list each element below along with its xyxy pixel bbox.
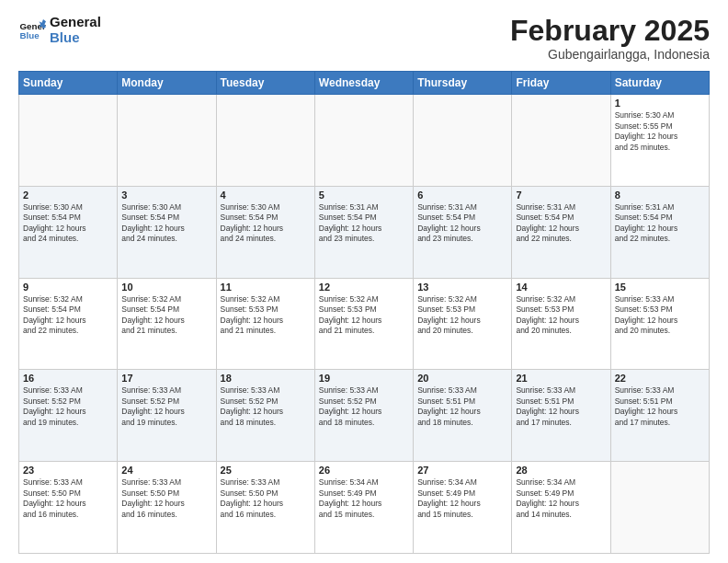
day-info: Sunrise: 5:30 AMSunset: 5:54 PMDaylight:… <box>23 202 113 245</box>
day-number: 2 <box>23 190 113 201</box>
day-info: Sunrise: 5:32 AMSunset: 5:54 PMDaylight:… <box>121 294 211 337</box>
calendar-cell <box>118 95 216 187</box>
calendar-header-row: SundayMondayTuesdayWednesdayThursdayFrid… <box>19 72 710 95</box>
calendar-cell: 4Sunrise: 5:30 AMSunset: 5:54 PMDaylight… <box>216 186 314 278</box>
calendar-cell <box>414 95 512 187</box>
page: General Blue General Blue February 2025 … <box>0 0 728 563</box>
calendar-cell: 21Sunrise: 5:33 AMSunset: 5:51 PMDayligh… <box>512 370 610 462</box>
day-info: Sunrise: 5:31 AMSunset: 5:54 PMDaylight:… <box>417 202 507 245</box>
calendar-weekday-wednesday: Wednesday <box>314 72 413 95</box>
day-info: Sunrise: 5:33 AMSunset: 5:50 PMDaylight:… <box>121 477 211 520</box>
calendar-weekday-sunday: Sunday <box>19 72 118 95</box>
day-number: 19 <box>319 373 409 384</box>
day-info: Sunrise: 5:33 AMSunset: 5:51 PMDaylight:… <box>417 385 507 428</box>
calendar-week-row-0: 1Sunrise: 5:30 AMSunset: 5:55 PMDaylight… <box>19 95 710 187</box>
header: General Blue General Blue February 2025 … <box>18 15 710 62</box>
calendar-cell: 24Sunrise: 5:33 AMSunset: 5:50 PMDayligh… <box>118 462 216 554</box>
day-info: Sunrise: 5:33 AMSunset: 5:50 PMDaylight:… <box>221 477 311 520</box>
day-info: Sunrise: 5:32 AMSunset: 5:54 PMDaylight:… <box>23 294 113 337</box>
calendar-cell: 26Sunrise: 5:34 AMSunset: 5:49 PMDayligh… <box>314 462 413 554</box>
day-info: Sunrise: 5:30 AMSunset: 5:54 PMDaylight:… <box>121 202 211 245</box>
svg-text:Blue: Blue <box>20 30 40 40</box>
calendar-cell: 6Sunrise: 5:31 AMSunset: 5:54 PMDaylight… <box>414 186 512 278</box>
day-info: Sunrise: 5:33 AMSunset: 5:52 PMDaylight:… <box>23 385 113 428</box>
day-number: 28 <box>516 465 606 476</box>
day-info: Sunrise: 5:33 AMSunset: 5:50 PMDaylight:… <box>23 477 113 520</box>
calendar-week-row-2: 9Sunrise: 5:32 AMSunset: 5:54 PMDaylight… <box>19 278 710 370</box>
day-number: 22 <box>615 373 705 384</box>
logo-area: General Blue General Blue <box>18 15 101 45</box>
calendar-table: SundayMondayTuesdayWednesdayThursdayFrid… <box>18 71 710 554</box>
day-number: 11 <box>221 282 311 293</box>
day-number: 4 <box>221 190 311 201</box>
calendar-cell: 11Sunrise: 5:32 AMSunset: 5:53 PMDayligh… <box>216 278 314 370</box>
calendar-cell: 14Sunrise: 5:32 AMSunset: 5:53 PMDayligh… <box>512 278 610 370</box>
calendar-weekday-saturday: Saturday <box>610 72 709 95</box>
calendar-cell: 28Sunrise: 5:34 AMSunset: 5:49 PMDayligh… <box>512 462 610 554</box>
day-number: 26 <box>319 465 409 476</box>
day-info: Sunrise: 5:34 AMSunset: 5:49 PMDaylight:… <box>516 477 606 520</box>
day-number: 25 <box>221 465 311 476</box>
day-number: 12 <box>319 282 409 293</box>
day-number: 14 <box>516 282 606 293</box>
day-number: 6 <box>417 190 507 201</box>
title-area: February 2025 Gubengairlangga, Indonesia <box>510 15 710 62</box>
day-info: Sunrise: 5:33 AMSunset: 5:51 PMDaylight:… <box>615 385 705 428</box>
calendar-cell: 13Sunrise: 5:32 AMSunset: 5:53 PMDayligh… <box>414 278 512 370</box>
day-number: 24 <box>121 465 211 476</box>
day-number: 3 <box>121 190 211 201</box>
calendar-cell: 12Sunrise: 5:32 AMSunset: 5:53 PMDayligh… <box>314 278 413 370</box>
day-number: 16 <box>23 373 113 384</box>
day-info: Sunrise: 5:32 AMSunset: 5:53 PMDaylight:… <box>221 294 311 337</box>
day-number: 15 <box>615 282 705 293</box>
calendar-cell <box>19 95 118 187</box>
day-info: Sunrise: 5:31 AMSunset: 5:54 PMDaylight:… <box>615 202 705 245</box>
calendar-week-row-4: 23Sunrise: 5:33 AMSunset: 5:50 PMDayligh… <box>19 462 710 554</box>
calendar-cell: 5Sunrise: 5:31 AMSunset: 5:54 PMDaylight… <box>314 186 413 278</box>
day-info: Sunrise: 5:33 AMSunset: 5:51 PMDaylight:… <box>516 385 606 428</box>
day-info: Sunrise: 5:30 AMSunset: 5:55 PMDaylight:… <box>615 110 705 153</box>
calendar-cell <box>610 462 709 554</box>
day-info: Sunrise: 5:33 AMSunset: 5:52 PMDaylight:… <box>221 385 311 428</box>
calendar-cell: 7Sunrise: 5:31 AMSunset: 5:54 PMDaylight… <box>512 186 610 278</box>
calendar-cell: 1Sunrise: 5:30 AMSunset: 5:55 PMDaylight… <box>610 95 709 187</box>
calendar-cell: 10Sunrise: 5:32 AMSunset: 5:54 PMDayligh… <box>118 278 216 370</box>
day-info: Sunrise: 5:34 AMSunset: 5:49 PMDaylight:… <box>319 477 409 520</box>
day-info: Sunrise: 5:32 AMSunset: 5:53 PMDaylight:… <box>319 294 409 337</box>
day-info: Sunrise: 5:34 AMSunset: 5:49 PMDaylight:… <box>417 477 507 520</box>
day-number: 18 <box>221 373 311 384</box>
day-number: 27 <box>417 465 507 476</box>
month-title: February 2025 <box>510 15 710 47</box>
day-number: 21 <box>516 373 606 384</box>
calendar-cell: 18Sunrise: 5:33 AMSunset: 5:52 PMDayligh… <box>216 370 314 462</box>
calendar-weekday-friday: Friday <box>512 72 610 95</box>
calendar-weekday-monday: Monday <box>118 72 216 95</box>
day-info: Sunrise: 5:31 AMSunset: 5:54 PMDaylight:… <box>516 202 606 245</box>
calendar-cell <box>314 95 413 187</box>
day-number: 1 <box>615 98 705 109</box>
day-number: 9 <box>23 282 113 293</box>
day-number: 10 <box>121 282 211 293</box>
calendar-cell <box>216 95 314 187</box>
calendar-cell: 20Sunrise: 5:33 AMSunset: 5:51 PMDayligh… <box>414 370 512 462</box>
day-number: 7 <box>516 190 606 201</box>
day-info: Sunrise: 5:33 AMSunset: 5:53 PMDaylight:… <box>615 294 705 337</box>
calendar-cell: 16Sunrise: 5:33 AMSunset: 5:52 PMDayligh… <box>19 370 118 462</box>
calendar-weekday-tuesday: Tuesday <box>216 72 314 95</box>
logo-line1: General <box>50 15 101 30</box>
calendar-cell: 3Sunrise: 5:30 AMSunset: 5:54 PMDaylight… <box>118 186 216 278</box>
day-info: Sunrise: 5:33 AMSunset: 5:52 PMDaylight:… <box>121 385 211 428</box>
day-info: Sunrise: 5:30 AMSunset: 5:54 PMDaylight:… <box>221 202 311 245</box>
calendar-weekday-thursday: Thursday <box>414 72 512 95</box>
logo-line2: Blue <box>50 30 101 46</box>
calendar-cell <box>512 95 610 187</box>
day-info: Sunrise: 5:32 AMSunset: 5:53 PMDaylight:… <box>516 294 606 337</box>
calendar-cell: 2Sunrise: 5:30 AMSunset: 5:54 PMDaylight… <box>19 186 118 278</box>
calendar-cell: 22Sunrise: 5:33 AMSunset: 5:51 PMDayligh… <box>610 370 709 462</box>
calendar-cell: 15Sunrise: 5:33 AMSunset: 5:53 PMDayligh… <box>610 278 709 370</box>
day-number: 8 <box>615 190 705 201</box>
calendar-cell: 27Sunrise: 5:34 AMSunset: 5:49 PMDayligh… <box>414 462 512 554</box>
day-number: 20 <box>417 373 507 384</box>
logo-icon: General Blue <box>18 17 46 44</box>
day-info: Sunrise: 5:32 AMSunset: 5:53 PMDaylight:… <box>417 294 507 337</box>
